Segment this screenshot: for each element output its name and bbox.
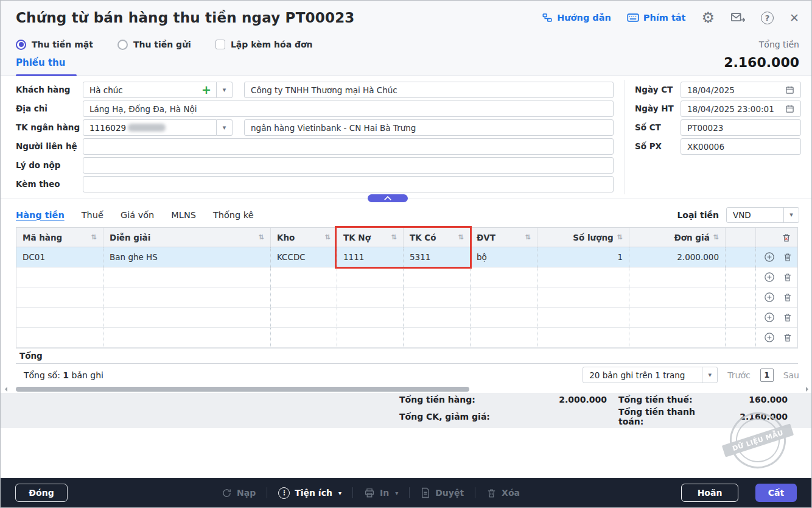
delete-row-icon[interactable] [783, 272, 793, 282]
tab-gia-von[interactable]: Giá vốn [121, 210, 154, 220]
contact-input[interactable] [83, 138, 614, 155]
table-total-row: Tổng [16, 348, 798, 364]
radio-cash[interactable]: Thu tiền mặt [16, 40, 93, 50]
delete-row-icon[interactable] [783, 333, 793, 342]
radio-cash-control[interactable] [16, 40, 26, 50]
scroll-left-arrow[interactable] [5, 387, 7, 392]
table-row-empty[interactable] [16, 328, 798, 348]
col-header-don-gia[interactable]: Đơn giá⇅ [629, 228, 726, 247]
add-row-icon[interactable] [764, 292, 775, 303]
col-header-dien-giai[interactable]: Diễn giải⇅ [103, 228, 271, 247]
utilities-button[interactable]: ⋮ Tiện ích ▾ [278, 487, 341, 499]
guide-link[interactable]: Hướng dẫn [542, 12, 611, 23]
reason-input[interactable] [83, 157, 614, 174]
tab-mlns[interactable]: MLNS [171, 210, 196, 220]
tab-hang-tien[interactable]: Hàng tiền [16, 210, 65, 220]
cell-kho[interactable]: KCCDC [271, 247, 337, 267]
scroll-right-arrow[interactable] [806, 387, 808, 392]
delete-row-icon[interactable] [783, 312, 793, 322]
close-icon[interactable]: ✕ [789, 11, 799, 24]
page-title: Chứng từ bán hàng thu tiền ngay PT00023 [16, 10, 355, 26]
shortcut-link[interactable]: Phím tắt [627, 13, 686, 23]
row-actions [756, 267, 799, 287]
table-row-empty[interactable] [16, 267, 798, 288]
checkbox-with-invoice-control[interactable] [215, 40, 225, 49]
bank-account-input[interactable]: 1116029 [83, 119, 217, 136]
customer-name-input[interactable]: Công ty TNHH Thương mại Hà Chúc [244, 82, 614, 98]
calendar-icon[interactable] [785, 104, 794, 113]
calendar-icon[interactable] [785, 85, 794, 94]
postpone-button[interactable]: Hoãn [681, 484, 738, 502]
cell-tk-no[interactable]: 1111 [337, 247, 404, 267]
posting-date-input[interactable]: 18/04/2025 23:00:01 [681, 101, 801, 117]
col-header-so-luong[interactable]: Số lượng⇅ [537, 228, 629, 247]
cell-dvt[interactable]: bộ [471, 247, 537, 267]
px-number-input[interactable]: XK00006 [681, 138, 801, 155]
cell-dien-giai[interactable]: Ban ghe HS [103, 247, 271, 267]
delete-button[interactable]: Xóa [486, 488, 520, 498]
page-size-select[interactable]: 20 bản ghi trên 1 trang ▾ [583, 367, 718, 383]
table-row-empty[interactable] [16, 308, 798, 328]
radio-bank-control[interactable] [117, 40, 128, 50]
add-customer-icon[interactable]: + [201, 84, 211, 96]
delete-all-rows-icon[interactable]: ✕ [782, 233, 791, 242]
horizontal-scrollbar[interactable] [1, 386, 811, 392]
currency-select[interactable]: VND ▾ [726, 207, 799, 223]
sort-icon[interactable]: ⇅ [522, 233, 531, 241]
help-icon[interactable]: ? [761, 12, 774, 24]
collapse-form-button[interactable] [368, 194, 408, 202]
sort-icon[interactable]: ⇅ [710, 233, 719, 241]
reload-button[interactable]: Nạp [222, 488, 256, 498]
cell-don-gia[interactable]: 2.000.000 [629, 247, 726, 267]
cell-ma-hang[interactable]: DC01 [16, 247, 103, 267]
radio-bank-transfer[interactable]: Thu tiền gửi [117, 40, 191, 50]
close-button[interactable]: Đóng [15, 484, 68, 502]
table-row[interactable]: DC01 Ban ghe HS KCCDC 1111 5311 bộ 1 2.0… [16, 247, 798, 267]
tab-thue[interactable]: Thuế [82, 210, 103, 220]
customer-input[interactable]: Hà chúc + [83, 82, 217, 98]
contact-label: Người liên hệ [16, 141, 77, 151]
cell-tk-co[interactable]: 5311 [404, 247, 471, 267]
sort-icon[interactable]: ⇅ [88, 233, 97, 241]
sort-icon[interactable]: ⇅ [255, 233, 264, 241]
tab-thong-ke[interactable]: Thống kê [213, 210, 254, 220]
scrollbar-thumb[interactable] [16, 387, 469, 392]
customer-dropdown-icon[interactable]: ▾ [217, 82, 233, 98]
sort-icon[interactable]: ⇅ [321, 233, 331, 241]
checkbox-with-invoice[interactable]: Lập kèm hóa đơn [215, 40, 313, 49]
current-page-box[interactable]: 1 [760, 369, 774, 382]
save-button[interactable]: Cất [755, 484, 797, 502]
bank-account-dropdown-icon[interactable]: ▾ [217, 119, 233, 136]
address-input[interactable]: Láng Hạ, Đống Đa, Hà Nội [83, 101, 614, 117]
doc-date-input[interactable]: 18/04/2025 [681, 82, 801, 98]
bank-name-input[interactable]: ngân hàng Vietinbank - CN Hai Bà Trưng [244, 119, 614, 136]
delete-row-icon[interactable] [783, 252, 793, 262]
col-header-ma-hang[interactable]: Mã hàng⇅ [16, 228, 103, 247]
sort-icon[interactable]: ⇅ [388, 233, 397, 241]
tax-total-value: 160.000 [722, 395, 788, 404]
table-row-empty[interactable] [16, 288, 798, 308]
tab-phieu-thu[interactable]: Phiếu thu [16, 57, 65, 68]
attach-input[interactable] [83, 176, 614, 192]
delete-row-icon[interactable] [783, 292, 793, 302]
next-page-button[interactable]: Sau [783, 370, 799, 380]
send-feedback-icon[interactable] [730, 11, 745, 24]
approve-button[interactable]: Duyệt [421, 487, 464, 498]
col-header-dvt[interactable]: ĐVT⇅ [471, 228, 537, 247]
prev-page-button[interactable]: Trước [727, 370, 750, 380]
cell-so-luong[interactable]: 1 [537, 247, 629, 267]
add-row-icon[interactable] [764, 312, 775, 323]
col-header-kho[interactable]: Kho⇅ [271, 228, 337, 247]
bank-account-label: TK ngân hàng [16, 122, 80, 132]
sort-icon[interactable]: ⇅ [455, 233, 464, 241]
row-actions [756, 288, 799, 307]
settings-icon[interactable]: ⚙ [702, 10, 715, 25]
col-header-tk-no[interactable]: TK Nợ⇅ [337, 228, 404, 247]
print-button[interactable]: In ▾ [364, 487, 398, 498]
col-header-tk-co[interactable]: TK Có⇅ [404, 228, 471, 247]
add-row-icon[interactable] [764, 272, 775, 283]
add-row-icon[interactable] [764, 332, 775, 343]
add-row-icon[interactable] [764, 252, 775, 263]
doc-number-input[interactable]: PT00023 [681, 119, 801, 136]
sort-icon[interactable]: ⇅ [614, 233, 623, 241]
